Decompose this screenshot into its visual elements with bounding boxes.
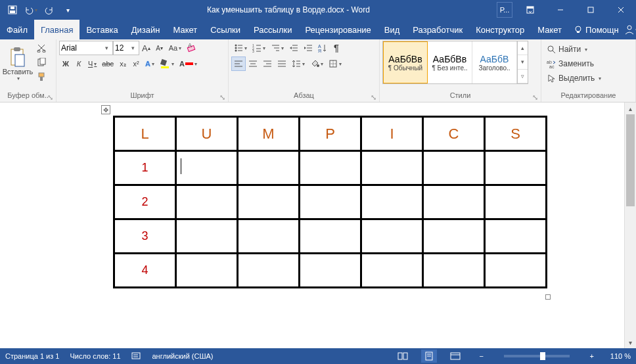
document-table[interactable]: L U M P I C S 1 2 3 4 <box>113 116 547 288</box>
zoom-slider[interactable] <box>504 355 570 357</box>
paste-button[interactable]: Вставить ▾ <box>3 41 33 87</box>
format-painter-button[interactable] <box>34 70 49 84</box>
table-cell[interactable] <box>485 151 547 185</box>
zoom-level[interactable]: 110 % <box>610 352 631 360</box>
table-cell[interactable]: 1 <box>114 151 176 185</box>
text-effects-button[interactable]: A▾ <box>143 57 157 71</box>
tab-developer[interactable]: Разработчик <box>406 20 469 39</box>
shading-button[interactable]: ▾ <box>307 57 326 71</box>
tab-mailings[interactable]: Рассылки <box>247 20 298 39</box>
line-spacing-button[interactable]: ▾ <box>289 57 307 71</box>
user-account-button[interactable]: Р... <box>497 2 512 18</box>
status-proofing[interactable] <box>131 352 142 361</box>
table-cell[interactable] <box>176 151 238 185</box>
scroll-thumb[interactable] <box>626 114 635 206</box>
zoom-in-button[interactable]: + <box>584 350 600 363</box>
close-button[interactable] <box>606 0 636 20</box>
table-cell[interactable] <box>361 254 423 288</box>
table-cell[interactable] <box>485 219 547 254</box>
status-page[interactable]: Страница 1 из 1 <box>5 352 59 360</box>
copy-button[interactable] <box>34 55 49 70</box>
print-layout-button[interactable] <box>421 350 437 363</box>
table-cell[interactable] <box>485 185 547 219</box>
font-name-combo[interactable]: Arial▾ <box>59 41 113 55</box>
table-move-handle[interactable]: ✥ <box>101 105 110 114</box>
table-row[interactable]: 3 <box>114 219 547 254</box>
status-language[interactable]: английский (США) <box>152 352 214 360</box>
tab-insert[interactable]: Вставка <box>80 20 124 39</box>
tab-file[interactable]: Файл <box>0 20 34 39</box>
justify-button[interactable] <box>275 57 289 71</box>
align-right-button[interactable] <box>260 57 275 71</box>
table-cell[interactable] <box>485 254 547 288</box>
table-resize-handle[interactable] <box>545 294 551 300</box>
clear-formatting-button[interactable]: A <box>184 41 200 55</box>
bold-button[interactable]: Ж <box>59 57 72 71</box>
sort-button[interactable]: AЯ <box>315 41 330 55</box>
tab-table-layout[interactable]: Макет <box>531 20 568 39</box>
table-cell[interactable] <box>423 254 485 288</box>
styles-expand[interactable]: ▿ <box>518 70 528 83</box>
clipboard-dialog-launcher[interactable]: ⤡ <box>45 93 55 102</box>
table-row[interactable]: 2 <box>114 185 547 219</box>
multilevel-list-button[interactable]: ▾ <box>268 41 286 55</box>
undo-button[interactable]: ▾ <box>22 1 39 18</box>
highlight-button[interactable]: ▾ <box>157 57 177 71</box>
save-button[interactable] <box>4 1 21 18</box>
table-row[interactable]: 1 <box>114 151 547 185</box>
table-cell[interactable] <box>300 254 361 288</box>
table-cell[interactable]: U <box>176 117 238 151</box>
font-color-button[interactable]: A▾ <box>177 57 200 71</box>
status-word-count[interactable]: Число слов: 11 <box>70 352 120 360</box>
maximize-button[interactable] <box>576 0 606 20</box>
underline-button[interactable]: Ч▾ <box>85 57 99 71</box>
style-heading1[interactable]: АаБбВЗаголово.. <box>472 41 517 83</box>
tab-home[interactable]: Главная <box>34 20 80 39</box>
table-cell[interactable] <box>238 254 300 288</box>
numbering-button[interactable]: 123▾ <box>250 41 268 55</box>
table-cell[interactable]: S <box>485 117 547 151</box>
font-size-combo[interactable]: 12▾ <box>113 41 139 55</box>
style-normal[interactable]: АаБбВв¶ Обычный <box>383 41 428 83</box>
find-button[interactable]: Найти▾ <box>544 42 610 57</box>
table-cell[interactable]: 4 <box>114 254 176 288</box>
styles-dialog-launcher[interactable]: ⤡ <box>530 93 539 102</box>
superscript-button[interactable]: x² <box>129 57 143 71</box>
web-layout-button[interactable] <box>447 350 463 363</box>
table-cell[interactable] <box>423 219 485 254</box>
show-marks-button[interactable]: ¶ <box>330 41 343 55</box>
table-cell[interactable] <box>361 185 423 219</box>
read-mode-button[interactable] <box>395 350 411 363</box>
minimize-button[interactable] <box>545 0 576 20</box>
table-cell[interactable] <box>423 151 485 185</box>
italic-button[interactable]: К <box>72 57 85 71</box>
vertical-scrollbar[interactable]: ▴ ▾ <box>624 102 636 348</box>
table-cell[interactable] <box>300 219 361 254</box>
table-cell[interactable]: I <box>361 117 423 151</box>
table-cell[interactable]: 2 <box>114 185 176 219</box>
redo-button[interactable] <box>41 1 58 18</box>
table-cell[interactable] <box>238 151 300 185</box>
paragraph-dialog-launcher[interactable]: ⤡ <box>369 93 378 102</box>
increase-indent-button[interactable] <box>301 41 315 55</box>
shrink-font-button[interactable]: A▾ <box>153 41 166 55</box>
table-cell[interactable] <box>176 219 238 254</box>
table-cell[interactable]: 3 <box>114 219 176 254</box>
document-page[interactable]: ✥ L U M P I C S 1 2 3 4 <box>0 102 624 348</box>
tab-design[interactable]: Дизайн <box>125 20 167 39</box>
align-center-button[interactable] <box>246 57 260 71</box>
tab-references[interactable]: Ссылки <box>204 20 247 39</box>
bullets-button[interactable]: ▾ <box>231 41 250 55</box>
table-row[interactable]: L U M P I C S <box>114 117 547 151</box>
scroll-up-button[interactable]: ▴ <box>625 102 636 114</box>
strikethrough-button[interactable]: abc <box>99 57 116 71</box>
change-case-button[interactable]: Aa▾ <box>166 41 184 55</box>
select-button[interactable]: Выделить▾ <box>544 71 610 85</box>
tab-view[interactable]: Вид <box>378 20 407 39</box>
zoom-out-button[interactable]: − <box>474 350 489 363</box>
scroll-down-button[interactable]: ▾ <box>625 336 636 348</box>
tab-review[interactable]: Рецензирование <box>298 20 377 39</box>
table-cell[interactable] <box>423 185 485 219</box>
table-cell[interactable]: L <box>114 117 176 151</box>
styles-scroll-up[interactable]: ▴ <box>518 41 528 55</box>
